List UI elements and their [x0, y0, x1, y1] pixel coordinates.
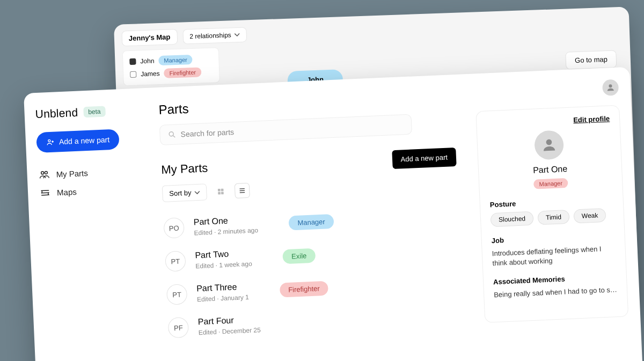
part-meta: Edited · December 25	[198, 326, 261, 336]
sidebar: Unblend beta Add a new part My Parts Map…	[24, 88, 156, 361]
chevron-down-icon	[234, 31, 239, 39]
posture-chip[interactable]: Timid	[538, 210, 570, 225]
user-avatar-button[interactable]	[602, 79, 619, 96]
job-text: Introduces deflating feelings when I thi…	[492, 244, 616, 268]
part-initials: PF	[168, 317, 189, 338]
sidebar-item-maps[interactable]: Maps	[38, 180, 135, 202]
search-icon	[167, 130, 177, 139]
part-initials: PT	[165, 251, 186, 272]
part-meta: Edited · 2 minutes ago	[194, 226, 258, 237]
svg-rect-6	[218, 188, 221, 191]
part-title: Part One	[193, 215, 258, 227]
posture-chip[interactable]: Slouched	[491, 211, 534, 227]
svg-point-10	[546, 139, 552, 145]
sidebar-item-label: My Parts	[56, 168, 88, 179]
svg-rect-8	[218, 191, 221, 194]
svg-rect-7	[221, 188, 224, 191]
svg-point-5	[169, 132, 173, 136]
role-pill: Firefighter	[164, 67, 201, 78]
avatar-icon	[534, 130, 564, 160]
svg-point-1	[48, 139, 50, 142]
checkbox-empty-icon[interactable]	[130, 71, 136, 78]
svg-point-4	[609, 84, 612, 87]
svg-point-2	[41, 172, 44, 174]
search-placeholder: Search for parts	[180, 128, 234, 138]
sidebar-item-label: Maps	[57, 187, 77, 197]
role-pill: Manager	[158, 55, 193, 65]
posture-heading: Posture	[490, 195, 613, 209]
map-title[interactable]: Jenny's Map	[121, 29, 177, 47]
chevron-down-icon	[194, 189, 200, 197]
go-to-map-button[interactable]: Go to map	[566, 50, 617, 69]
part-detail-panel: Edit profile Part One Manager Posture Sl…	[475, 105, 628, 323]
part-initials: PO	[163, 217, 185, 239]
part-initials: PT	[166, 284, 188, 305]
role-pill: Exile	[283, 248, 316, 264]
part-title: Part Four	[198, 314, 261, 327]
brand-name: Unblend	[35, 106, 78, 121]
relationships-dropdown[interactable]: 2 relationships	[182, 27, 247, 44]
main-content: Parts Search for parts My Parts Add a ne…	[142, 67, 643, 361]
memories-heading: Associated Memories	[493, 273, 617, 286]
beta-badge: beta	[83, 106, 106, 117]
grid-view-button[interactable]	[213, 183, 229, 199]
section-title: My Parts	[161, 161, 208, 177]
add-new-part-button[interactable]: Add a new part	[36, 129, 120, 153]
legend-item-james[interactable]: James Firefighter	[130, 65, 213, 81]
search-input[interactable]: Search for parts	[159, 114, 412, 145]
parts-window: Unblend beta Add a new part My Parts Map…	[24, 67, 643, 361]
list-view-button[interactable]	[235, 182, 250, 198]
part-title: Part Two	[195, 248, 252, 261]
legend-panel: John Manager James Firefighter	[122, 47, 220, 86]
part-meta: Edited · January 1	[197, 293, 249, 303]
part-title: Part Three	[196, 282, 248, 293]
detail-part-name: Part One	[488, 162, 612, 177]
svg-point-3	[45, 171, 47, 174]
posture-chip[interactable]: Weak	[573, 208, 606, 224]
role-pill: Firefighter	[280, 281, 329, 297]
memories-text: Being really sad when I had to go to s…	[494, 285, 618, 300]
add-part-button[interactable]: Add a new part	[392, 148, 457, 169]
job-heading: Job	[491, 231, 614, 245]
svg-rect-9	[221, 191, 224, 194]
edit-profile-link[interactable]: Edit profile	[486, 114, 610, 128]
role-pill: Manager	[533, 178, 568, 189]
checkbox-checked-icon[interactable]	[129, 58, 136, 65]
role-pill: Manager	[289, 214, 334, 231]
sort-dropdown[interactable]: Sort by	[162, 183, 207, 202]
part-meta: Edited · 1 week ago	[195, 260, 252, 270]
